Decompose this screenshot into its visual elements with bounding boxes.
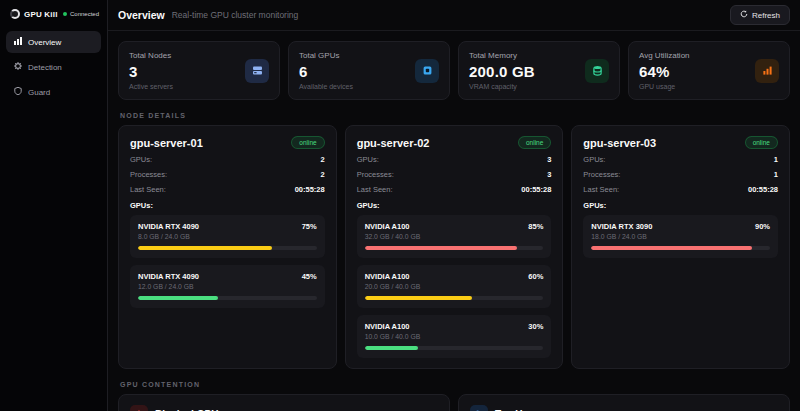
utilization-bar-fill xyxy=(365,246,517,250)
stats-grid: Total Nodes 3 Active servers Total GPUs … xyxy=(118,41,790,100)
utilization-bar-fill xyxy=(365,346,419,350)
gpu-name: NVIDIA A100 xyxy=(365,322,410,331)
alert-triangle-icon xyxy=(130,405,148,411)
gpu-row: NVIDIA RTX 309090% 18.0 GB / 24.0 GB xyxy=(583,215,778,258)
gpu-utilization: 90% xyxy=(755,222,770,231)
utilization-bar xyxy=(138,296,317,300)
gpu-utilization: 30% xyxy=(528,322,543,331)
bar-chart-icon xyxy=(14,37,22,47)
refresh-label: Refresh xyxy=(752,11,780,20)
stat-card-total-nodes: Total Nodes 3 Active servers xyxy=(118,41,280,100)
stat-value: 64% xyxy=(639,63,690,80)
last-seen-value: 00:55:28 xyxy=(295,185,325,194)
node-name: gpu-server-03 xyxy=(583,137,656,149)
gpu-utilization: 45% xyxy=(302,272,317,281)
processes-label: Processes: xyxy=(130,170,167,179)
gpu-chip-icon xyxy=(415,59,439,83)
node-card-gpu-server-03: gpu-server-03 online GPUs:1 Processes:1 … xyxy=(571,125,790,369)
processes-value: 2 xyxy=(320,170,324,179)
stat-label: Total Memory xyxy=(469,51,535,60)
stat-sub: VRAM capacity xyxy=(469,83,535,90)
utilization-bar xyxy=(138,246,317,250)
gpus-count-label: GPUs: xyxy=(130,155,152,164)
content: Total Nodes 3 Active servers Total GPUs … xyxy=(108,31,800,411)
gpus-count-label: GPUs: xyxy=(357,155,379,164)
page-subtitle: Real-time GPU cluster monitoring xyxy=(172,10,299,20)
stat-sub: GPU usage xyxy=(639,83,690,90)
utilization-bar-fill xyxy=(591,246,752,250)
nodes-grid: gpu-server-01 online GPUs:2 Processes:2 … xyxy=(118,125,790,369)
sidebar-item-label: Detection xyxy=(28,63,62,72)
sidebar-item-label: Guard xyxy=(28,88,50,97)
shield-icon xyxy=(14,87,22,97)
connection-label: Connected xyxy=(70,11,99,17)
gpu-name: NVIDIA RTX 4090 xyxy=(138,272,199,281)
utilization-bar xyxy=(365,246,544,250)
gpus-count-value: 1 xyxy=(774,155,778,164)
sidebar-item-detection[interactable]: Detection xyxy=(6,56,101,78)
sidebar-item-guard[interactable]: Guard xyxy=(6,81,101,103)
gpu-name: NVIDIA A100 xyxy=(365,272,410,281)
utilization-bar-fill xyxy=(138,296,218,300)
connected-dot-icon xyxy=(63,12,67,16)
section-label-gpu-contention: GPU CONTENTION xyxy=(120,381,788,388)
main-area: Overview Real-time GPU cluster monitorin… xyxy=(108,0,800,411)
stat-value: 3 xyxy=(129,63,173,80)
page-title: Overview xyxy=(118,9,165,21)
last-seen-label: Last Seen: xyxy=(357,185,393,194)
gpu-utilization: 85% xyxy=(528,222,543,231)
status-badge: online xyxy=(518,136,551,149)
gpu-memory: 20.0 GB / 40.0 GB xyxy=(365,283,544,290)
last-seen-label: Last Seen: xyxy=(583,185,619,194)
gear-icon xyxy=(14,62,22,72)
utilization-bar-fill xyxy=(138,246,272,250)
gpu-row: NVIDIA A10030% 10.0 GB / 40.0 GB xyxy=(357,315,552,358)
node-name: gpu-server-01 xyxy=(130,137,203,149)
processes-label: Processes: xyxy=(583,170,620,179)
gpu-memory: 8.0 GB / 24.0 GB xyxy=(138,233,317,240)
utilization-bar xyxy=(591,246,770,250)
gpu-row: NVIDIA A10085% 32.0 GB / 40.0 GB xyxy=(357,215,552,258)
gpu-utilization: 60% xyxy=(528,272,543,281)
utilization-bar-fill xyxy=(365,296,472,300)
gpu-row: NVIDIA RTX 409075% 8.0 GB / 24.0 GB xyxy=(130,215,325,258)
sidebar: GPU Kill Connected Overview Detection Gu… xyxy=(0,0,108,411)
gpu-row: NVIDIA RTX 409045% 12.0 GB / 24.0 GB xyxy=(130,265,325,308)
last-seen-value: 00:55:28 xyxy=(748,185,778,194)
stat-label: Total Nodes xyxy=(129,51,173,60)
sidebar-nav: Overview Detection Guard xyxy=(6,31,101,103)
stat-label: Total GPUs xyxy=(299,51,353,60)
gauge-circle-icon xyxy=(10,9,20,19)
gpus-count-value: 2 xyxy=(320,155,324,164)
gpu-list-label: GPUs: xyxy=(130,201,325,210)
utilization-bar xyxy=(365,296,544,300)
processes-value: 1 xyxy=(774,170,778,179)
node-card-gpu-server-02: gpu-server-02 online GPUs:3 Processes:3 … xyxy=(345,125,564,369)
refresh-button[interactable]: Refresh xyxy=(730,5,790,25)
section-label-node-details: NODE DETAILS xyxy=(120,112,788,119)
utilization-bar xyxy=(365,346,544,350)
last-seen-value: 00:55:28 xyxy=(521,185,551,194)
sidebar-item-label: Overview xyxy=(28,38,61,47)
users-icon xyxy=(470,405,488,411)
server-icon xyxy=(245,59,269,83)
connection-status: Connected xyxy=(63,11,99,17)
database-icon xyxy=(585,59,609,83)
last-seen-label: Last Seen: xyxy=(130,185,166,194)
gpu-list-label: GPUs: xyxy=(357,201,552,210)
gpu-name: NVIDIA A100 xyxy=(365,222,410,231)
contention-grid: Blocked GPUs NVIDIA RTX 3090 (node-003) … xyxy=(118,394,790,411)
stat-sub: Available devices xyxy=(299,83,353,90)
sidebar-item-overview[interactable]: Overview xyxy=(6,31,101,53)
stat-value: 6 xyxy=(299,63,353,80)
gpu-memory: 12.0 GB / 24.0 GB xyxy=(138,283,317,290)
stat-label: Avg Utilization xyxy=(639,51,690,60)
processes-value: 3 xyxy=(547,170,551,179)
node-card-gpu-server-01: gpu-server-01 online GPUs:2 Processes:2 … xyxy=(118,125,337,369)
gpu-name: NVIDIA RTX 3090 xyxy=(591,222,652,231)
gpus-count-value: 3 xyxy=(547,155,551,164)
status-badge: online xyxy=(745,136,778,149)
topbar: Overview Real-time GPU cluster monitorin… xyxy=(108,0,800,31)
gpu-name: NVIDIA RTX 4090 xyxy=(138,222,199,231)
bar-chart-icon xyxy=(755,59,779,83)
